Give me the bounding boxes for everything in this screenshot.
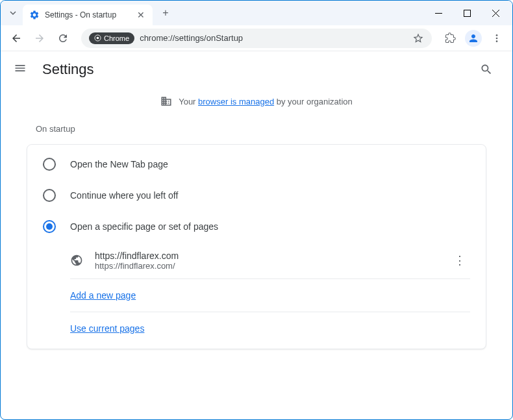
browser-toolbar: Chrome chrome://settings/onStartup [1,25,512,51]
settings-header: Settings [1,51,512,88]
chrome-chip: Chrome [89,32,134,44]
profile-button[interactable] [463,28,484,49]
globe-icon [70,254,83,267]
close-window-button[interactable] [481,3,510,23]
extensions-icon[interactable] [440,28,460,49]
radio-label: Continue where you left off [70,190,178,201]
tab-title: Settings - On startup [45,10,131,19]
tab-search-dropdown[interactable] [3,3,23,23]
bookmark-star-icon[interactable] [412,32,424,44]
radio-label: Open the New Tab page [70,159,168,169]
radio-icon [43,220,56,233]
use-current-link[interactable]: Use current pages [70,323,144,334]
svg-point-3 [97,37,99,40]
radio-label: Open a specific page or set of pages [70,221,218,232]
menu-icon[interactable] [486,28,507,49]
radio-icon [43,189,56,202]
back-button[interactable] [6,28,27,49]
startup-card: Open the New Tab page Continue where you… [27,144,486,349]
avatar-icon [465,30,482,47]
add-page-link[interactable]: Add a new page [70,290,136,301]
more-actions-icon[interactable]: ⋮ [449,250,470,271]
managed-link[interactable]: browser is managed [198,97,274,106]
use-current-row: Use current pages [70,312,470,345]
radio-continue[interactable]: Continue where you left off [27,180,486,211]
section-title: On startup [36,124,486,134]
settings-content: On startup Open the New Tab page Continu… [1,124,512,349]
url-text: chrome://settings/onStartup [140,33,407,43]
building-icon [160,95,172,107]
startup-page-row: https://findflarex.com https://findflare… [70,242,470,279]
forward-button[interactable] [29,28,50,49]
radio-new-tab[interactable]: Open the New Tab page [27,149,486,180]
svg-rect-1 [464,10,470,16]
svg-point-5 [496,37,498,39]
startup-pages-subsection: https://findflarex.com https://findflare… [27,242,486,345]
radio-icon [43,158,56,171]
page-info: https://findflarex.com https://findflare… [95,251,438,271]
add-page-row: Add a new page [70,279,470,312]
page-title-text: https://findflarex.com [95,251,438,261]
address-bar[interactable]: Chrome chrome://settings/onStartup [81,29,432,48]
maximize-button[interactable] [453,3,481,23]
managed-text: Your browser is managed by your organiza… [179,97,353,106]
close-tab-icon[interactable]: ✕ [136,10,146,20]
new-tab-button[interactable]: + [156,4,175,22]
page-title: Settings [42,61,94,78]
reload-button[interactable] [53,28,73,49]
search-icon[interactable] [473,56,499,82]
page-url-text: https://findflarex.com/ [95,261,438,271]
svg-point-6 [496,40,498,42]
hamburger-menu-icon[interactable] [14,62,29,77]
window-titlebar: Settings - On startup ✕ + [1,1,512,25]
managed-banner: Your browser is managed by your organiza… [1,88,512,115]
gear-icon [29,10,40,20]
svg-rect-0 [435,13,442,14]
minimize-button[interactable] [424,3,453,23]
browser-tab[interactable]: Settings - On startup ✕ [23,5,153,25]
radio-specific-pages[interactable]: Open a specific page or set of pages [27,211,486,242]
svg-point-4 [496,34,498,36]
